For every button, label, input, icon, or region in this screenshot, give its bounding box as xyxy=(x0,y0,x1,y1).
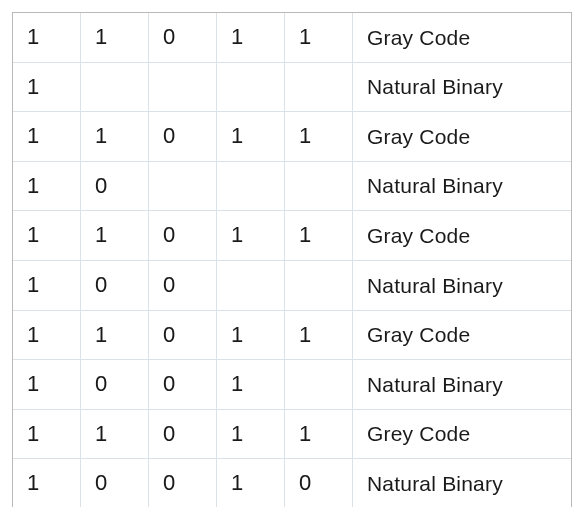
bit-cell xyxy=(149,162,217,211)
bit-cell: 1 xyxy=(13,410,81,459)
row-label: Natural Binary xyxy=(353,459,571,507)
bit-cell: 1 xyxy=(217,459,285,507)
bit-cell: 1 xyxy=(13,63,81,112)
conversion-table: 1 1 0 1 1 Gray Code 1 Natural Binary 1 1… xyxy=(12,12,572,507)
row-label: Natural Binary xyxy=(353,261,571,310)
bit-cell: 0 xyxy=(81,459,149,507)
bit-cell: 1 xyxy=(13,360,81,409)
bit-cell xyxy=(149,63,217,112)
bit-cell: 1 xyxy=(81,13,149,62)
bit-cell: 1 xyxy=(13,311,81,360)
bit-cell: 1 xyxy=(13,162,81,211)
bit-cell: 1 xyxy=(217,360,285,409)
bit-cell: 1 xyxy=(285,13,353,62)
bit-cell: 1 xyxy=(13,13,81,62)
bit-cell: 0 xyxy=(149,360,217,409)
bit-cell: 0 xyxy=(149,261,217,310)
bit-cell: 1 xyxy=(81,410,149,459)
bit-cell: 0 xyxy=(149,311,217,360)
row-label: Natural Binary xyxy=(353,162,571,211)
bit-cell: 1 xyxy=(285,211,353,260)
bit-cell: 1 xyxy=(13,211,81,260)
bit-cell: 1 xyxy=(217,13,285,62)
bit-cell: 1 xyxy=(217,112,285,161)
bit-cell: 1 xyxy=(217,211,285,260)
bit-cell: 1 xyxy=(217,410,285,459)
table-row: 1 Natural Binary xyxy=(13,63,571,113)
bit-cell: 1 xyxy=(81,211,149,260)
bit-cell: 1 xyxy=(13,261,81,310)
bit-cell: 0 xyxy=(149,112,217,161)
bit-cell xyxy=(285,360,353,409)
bit-cell: 0 xyxy=(149,459,217,507)
row-label: Grey Code xyxy=(353,410,571,459)
bit-cell: 1 xyxy=(81,112,149,161)
bit-cell: 0 xyxy=(81,162,149,211)
row-label: Gray Code xyxy=(353,211,571,260)
bit-cell xyxy=(285,162,353,211)
bit-cell: 0 xyxy=(81,360,149,409)
bit-cell: 1 xyxy=(13,112,81,161)
bit-cell: 0 xyxy=(285,459,353,507)
bit-cell xyxy=(217,63,285,112)
table-row: 1 1 0 1 1 Gray Code xyxy=(13,311,571,361)
table-row: 1 0 0 1 0 Natural Binary xyxy=(13,459,571,507)
bit-cell: 0 xyxy=(149,410,217,459)
table-row: 1 0 0 Natural Binary xyxy=(13,261,571,311)
bit-cell: 1 xyxy=(13,459,81,507)
bit-cell xyxy=(285,261,353,310)
bit-cell: 1 xyxy=(285,311,353,360)
table-row: 1 1 0 1 1 Gray Code xyxy=(13,211,571,261)
bit-cell xyxy=(285,63,353,112)
table-row: 1 1 0 1 1 Gray Code xyxy=(13,13,571,63)
bit-cell: 1 xyxy=(217,311,285,360)
bit-cell: 1 xyxy=(285,112,353,161)
bit-cell xyxy=(217,162,285,211)
row-label: Natural Binary xyxy=(353,63,571,112)
table-row: 1 0 0 1 Natural Binary xyxy=(13,360,571,410)
bit-cell: 0 xyxy=(81,261,149,310)
row-label: Gray Code xyxy=(353,112,571,161)
bit-cell xyxy=(81,63,149,112)
bit-cell: 0 xyxy=(149,211,217,260)
bit-cell: 1 xyxy=(285,410,353,459)
table-row: 1 1 0 1 1 Grey Code xyxy=(13,410,571,460)
row-label: Gray Code xyxy=(353,13,571,62)
row-label: Gray Code xyxy=(353,311,571,360)
bit-cell: 1 xyxy=(81,311,149,360)
bit-cell: 0 xyxy=(149,13,217,62)
table-row: 1 0 Natural Binary xyxy=(13,162,571,212)
row-label: Natural Binary xyxy=(353,360,571,409)
table-row: 1 1 0 1 1 Gray Code xyxy=(13,112,571,162)
bit-cell xyxy=(217,261,285,310)
